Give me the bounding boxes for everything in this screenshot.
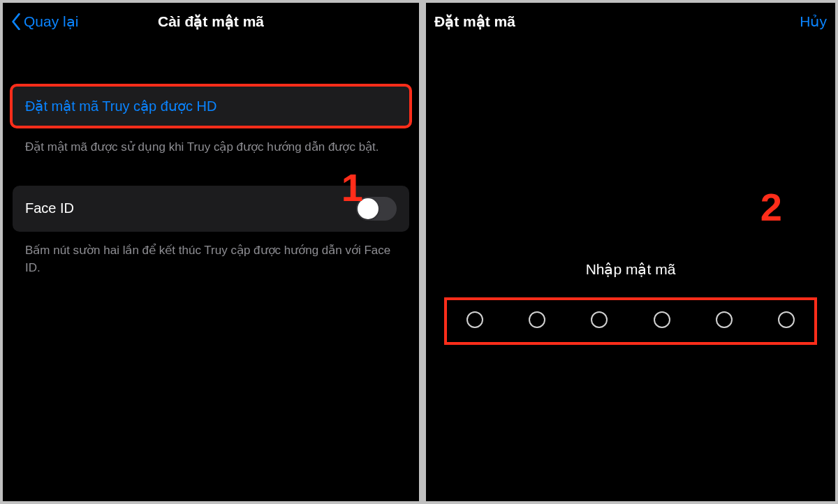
passcode-dots-highlight	[444, 297, 817, 345]
face-id-footer: Bấm nút sườn hai lần để kết thúc Truy cậ…	[13, 239, 409, 277]
passcode-entry-area: Nhập mật mã	[426, 261, 835, 345]
passcode-dot	[466, 311, 483, 328]
nav-bar: Đặt mật mã Hủy	[426, 3, 835, 45]
passcode-prompt-label: Nhập mật mã	[426, 261, 835, 278]
set-passcode-label: Đặt mật mã Truy cập được HD	[25, 98, 216, 114]
annotation-step-2: 2	[760, 184, 782, 230]
passcode-dot	[529, 311, 545, 328]
passcode-screen-right: Đặt mật mã Hủy Nhập mật mã 2	[426, 3, 835, 501]
passcode-dot	[716, 311, 733, 328]
set-passcode-row[interactable]: Đặt mật mã Truy cập được HD	[10, 84, 412, 128]
nav-bar: Quay lại Cài đặt mật mã	[3, 3, 419, 45]
cancel-button[interactable]: Hủy	[800, 13, 827, 30]
passcode-dot	[778, 311, 795, 328]
chevron-left-icon	[11, 13, 21, 30]
page-title: Đặt mật mã	[434, 13, 515, 30]
back-label: Quay lại	[24, 13, 78, 30]
passcode-dot	[654, 311, 670, 328]
set-passcode-footer: Đặt mật mã được sử dụng khi Truy cập đượ…	[13, 135, 409, 156]
settings-screen-left: Quay lại Cài đặt mật mã Đặt mật mã Truy …	[3, 3, 419, 501]
page-title: Cài đặt mật mã	[158, 13, 264, 30]
passcode-dot	[591, 311, 608, 328]
face-id-label: Face ID	[25, 200, 74, 216]
annotation-step-1: 1	[341, 165, 363, 210]
section-set-passcode: Đặt mật mã Truy cập được HD Đặt mật mã đ…	[13, 84, 409, 156]
back-button[interactable]: Quay lại	[11, 13, 78, 30]
passcode-dots[interactable]	[466, 311, 795, 328]
